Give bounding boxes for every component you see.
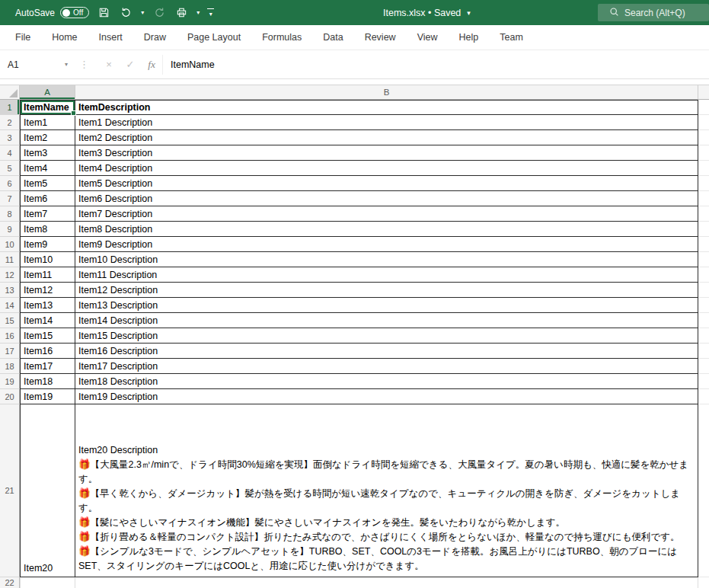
cell-A10[interactable]: Item9 (20, 237, 75, 252)
cell-A1[interactable]: ItemName (20, 100, 75, 115)
cell-A21[interactable]: Item20 (20, 404, 75, 577)
row-header-18[interactable]: 18 (0, 359, 20, 374)
column-header-a[interactable]: A (20, 85, 75, 99)
document-title[interactable]: Items.xlsx • Saved ▾ (383, 0, 471, 25)
menu-tab-help[interactable]: Help (449, 25, 490, 50)
row-header-4[interactable]: 4 (0, 145, 20, 161)
row-header-1[interactable]: 1 (0, 100, 20, 115)
redo-icon[interactable] (152, 5, 167, 21)
autosave-control[interactable]: AutoSave Off (15, 7, 89, 18)
menu-tab-formulas[interactable]: Formulas (251, 25, 312, 50)
row-header-7[interactable]: 7 (0, 191, 20, 206)
cancel-icon[interactable]: × (98, 55, 120, 75)
customize-quick-access-toolbar-icon[interactable]: ▾ (207, 8, 214, 18)
cell-B20[interactable]: Item19 Description (75, 389, 698, 404)
menu-tab-file[interactable]: File (5, 25, 41, 50)
name-box[interactable]: A1 ▾ (0, 55, 73, 75)
row-header-21[interactable]: 21 (0, 404, 20, 577)
cell-A2[interactable]: Item1 (20, 115, 75, 130)
cell-A5[interactable]: Item4 (20, 161, 75, 176)
menu-tab-insert[interactable]: Insert (88, 25, 133, 50)
cell-B7[interactable]: Item6 Description (75, 191, 698, 206)
cell-A14[interactable]: Item13 (20, 298, 75, 313)
row-header-5[interactable]: 5 (0, 161, 20, 176)
menu-tab-draw[interactable]: Draw (133, 25, 177, 50)
cell-B5[interactable]: Item4 Description (75, 161, 698, 176)
cell-A3[interactable]: Item2 (20, 130, 75, 145)
row-header-9[interactable]: 9 (0, 222, 20, 237)
menu-tab-home[interactable]: Home (41, 25, 88, 50)
cell-A15[interactable]: Item14 (20, 313, 75, 328)
row-header-11[interactable]: 11 (0, 252, 20, 267)
cell-A11[interactable]: Item10 (20, 252, 75, 267)
cell-B19[interactable]: Item18 Description (75, 374, 698, 389)
cell-B1[interactable]: ItemDescription (75, 100, 698, 115)
row-header-17[interactable]: 17 (0, 344, 20, 359)
row-header-3[interactable]: 3 (0, 130, 20, 145)
insert-function-icon[interactable]: fx (141, 55, 162, 75)
cell-A13[interactable]: Item12 (20, 283, 75, 298)
cell-A8[interactable]: Item7 (20, 206, 75, 222)
row-header-14[interactable]: 14 (0, 298, 20, 313)
cell-B12[interactable]: Item11 Description (75, 267, 698, 283)
cell-B9[interactable]: Item8 Description (75, 222, 698, 237)
cell-B10[interactable]: Item9 Description (75, 237, 698, 252)
cell-B18[interactable]: Item17 Description (75, 359, 698, 374)
row-header-20[interactable]: 20 (0, 389, 20, 404)
cell-B15[interactable]: Item14 Description (75, 313, 698, 328)
row-header-8[interactable]: 8 (0, 206, 20, 222)
cell-B16[interactable]: Item15 Description (75, 328, 698, 344)
cell-B6[interactable]: Item5 Description (75, 176, 698, 191)
cell-B21[interactable]: Item20 Description 🎁【大風量2.3㎥/minで、ドライ時間3… (75, 404, 698, 577)
formula-input[interactable]: ItemName (162, 55, 709, 75)
quick-print-icon[interactable] (174, 5, 189, 21)
grid-filler (698, 115, 709, 130)
row-header-22[interactable]: 22 (0, 577, 20, 588)
cell-B8[interactable]: Item7 Description (75, 206, 698, 222)
menu-tab-review[interactable]: Review (354, 25, 407, 50)
cell-A17[interactable]: Item16 (20, 344, 75, 359)
cell-A7[interactable]: Item6 (20, 191, 75, 206)
row-header-10[interactable]: 10 (0, 237, 20, 252)
search-box[interactable]: Search (Alt+Q) (598, 4, 709, 21)
enter-icon[interactable]: ✓ (120, 55, 141, 75)
menu-tab-view[interactable]: View (407, 25, 449, 50)
cell-B13[interactable]: Item12 Description (75, 283, 698, 298)
row-header-12[interactable]: 12 (0, 267, 20, 283)
toggle-knob-icon (62, 9, 70, 17)
cell-A22[interactable] (20, 577, 75, 588)
cell-A19[interactable]: Item18 (20, 374, 75, 389)
menu-tab-page-layout[interactable]: Page Layout (177, 25, 251, 50)
column-header-b[interactable]: B (75, 85, 698, 99)
cell-A20[interactable]: Item19 (20, 389, 75, 404)
row-header-15[interactable]: 15 (0, 313, 20, 328)
cell-B14[interactable]: Item13 Description (75, 298, 698, 313)
menu-tab-data[interactable]: Data (312, 25, 353, 50)
cell-A6[interactable]: Item5 (20, 176, 75, 191)
cell-A12[interactable]: Item11 (20, 267, 75, 283)
formula-bar-resize-handle[interactable]: ⋮ (73, 59, 98, 70)
row-header-2[interactable]: 2 (0, 115, 20, 130)
row-header-19[interactable]: 19 (0, 374, 20, 389)
row-header-16[interactable]: 16 (0, 328, 20, 344)
cell-B22[interactable] (75, 577, 698, 588)
cell-B3[interactable]: Item2 Description (75, 130, 698, 145)
cell-B2[interactable]: Item1 Description (75, 115, 698, 130)
undo-dropdown-icon[interactable]: ▾ (140, 9, 145, 16)
cell-B4[interactable]: Item3 Description (75, 145, 698, 161)
menu-tab-team[interactable]: Team (489, 25, 534, 50)
undo-icon[interactable] (118, 5, 133, 21)
name-box-dropdown-icon[interactable]: ▾ (65, 61, 68, 68)
quick-print-dropdown-icon[interactable]: ▾ (196, 9, 200, 16)
autosave-toggle[interactable]: Off (60, 7, 89, 18)
row-header-13[interactable]: 13 (0, 283, 20, 298)
row-header-6[interactable]: 6 (0, 176, 20, 191)
cell-B17[interactable]: Item16 Description (75, 344, 698, 359)
cell-A16[interactable]: Item15 (20, 328, 75, 344)
cell-B11[interactable]: Item10 Description (75, 252, 698, 267)
cell-A18[interactable]: Item17 (20, 359, 75, 374)
cell-A4[interactable]: Item3 (20, 145, 75, 161)
select-all-corner[interactable] (0, 85, 20, 99)
save-icon[interactable] (96, 5, 111, 21)
cell-A9[interactable]: Item8 (20, 222, 75, 237)
